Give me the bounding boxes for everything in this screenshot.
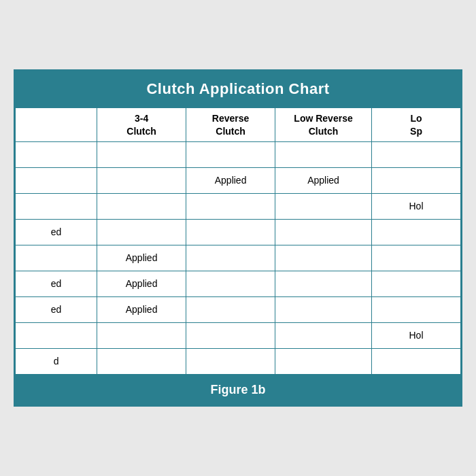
- cell-r4-c3: [275, 245, 372, 271]
- cell-r8-c4: [371, 348, 460, 374]
- cell-r1-c3: Applied: [275, 167, 372, 193]
- cell-r4-c1: Applied: [97, 245, 186, 271]
- table-row: edApplied: [16, 271, 461, 296]
- cell-r8-c3: [275, 348, 372, 374]
- cell-r8-c0: d: [16, 348, 97, 374]
- cell-r6-c0: ed: [16, 296, 97, 322]
- table-row: edApplied: [16, 296, 461, 322]
- table-row: Hol: [16, 322, 461, 348]
- cell-r0-c2: [186, 141, 275, 167]
- chart-title: Clutch Application Chart: [15, 71, 461, 107]
- header-col4: Low ReverseClutch: [275, 108, 372, 141]
- cell-r3-c2: [186, 219, 275, 245]
- cell-r7-c0: [16, 322, 97, 348]
- cell-r1-c1: [97, 167, 186, 193]
- cell-r7-c3: [275, 322, 372, 348]
- cell-r1-c2: Applied: [186, 167, 275, 193]
- cell-r7-c1: [97, 322, 186, 348]
- table-row: AppliedApplied: [16, 167, 461, 193]
- header-col2: 3-4Clutch: [97, 108, 186, 141]
- cell-r0-c3: [275, 141, 372, 167]
- cell-r5-c4: [371, 271, 460, 296]
- cell-r6-c2: [186, 296, 275, 322]
- cell-r0-c1: [97, 141, 186, 167]
- chart-footer: Figure 1b: [15, 375, 461, 405]
- cell-r0-c0: [16, 141, 97, 167]
- cell-r5-c3: [275, 271, 372, 296]
- table-row: ed: [16, 219, 461, 245]
- cell-r2-c4: Hol: [371, 193, 460, 219]
- table-row: d: [16, 348, 461, 374]
- cell-r0-c4: [371, 141, 460, 167]
- table-row: Hol: [16, 193, 461, 219]
- chart-container: Clutch Application Chart 3-4Clutch Rever…: [14, 69, 462, 406]
- cell-r2-c1: [97, 193, 186, 219]
- chart-table: 3-4Clutch ReverseClutch Low ReverseClutc…: [15, 107, 461, 374]
- header-col3: ReverseClutch: [186, 108, 275, 141]
- header-col1: [16, 108, 97, 141]
- cell-r6-c4: [371, 296, 460, 322]
- cell-r8-c1: [97, 348, 186, 374]
- cell-r7-c4: Hol: [371, 322, 460, 348]
- cell-r2-c3: [275, 193, 372, 219]
- cell-r5-c1: Applied: [97, 271, 186, 296]
- cell-r2-c2: [186, 193, 275, 219]
- header-col5: LoSp: [371, 108, 460, 141]
- cell-r3-c4: [371, 219, 460, 245]
- cell-r3-c3: [275, 219, 372, 245]
- table-row: Applied: [16, 245, 461, 271]
- cell-r8-c2: [186, 348, 275, 374]
- cell-r5-c2: [186, 271, 275, 296]
- cell-r1-c4: [371, 167, 460, 193]
- cell-r5-c0: ed: [16, 271, 97, 296]
- cell-r2-c0: [16, 193, 97, 219]
- cell-r4-c4: [371, 245, 460, 271]
- cell-r4-c2: [186, 245, 275, 271]
- cell-r1-c0: [16, 167, 97, 193]
- cell-r6-c1: Applied: [97, 296, 186, 322]
- table-row: [16, 141, 461, 167]
- cell-r3-c1: [97, 219, 186, 245]
- cell-r4-c0: [16, 245, 97, 271]
- cell-r7-c2: [186, 322, 275, 348]
- cell-r3-c0: ed: [16, 219, 97, 245]
- cell-r6-c3: [275, 296, 372, 322]
